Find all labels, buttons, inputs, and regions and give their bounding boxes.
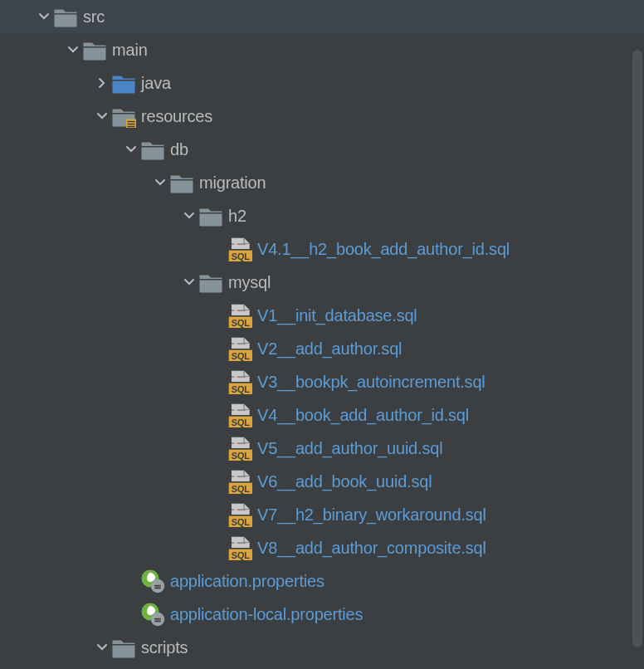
chevron-down-icon[interactable] xyxy=(180,273,198,291)
tree-label: resources xyxy=(141,107,212,126)
tree-node-scripts[interactable]: scripts xyxy=(0,631,644,664)
folder-icon xyxy=(53,6,78,27)
vertical-scrollbar[interactable] xyxy=(632,50,642,647)
tree-label: db xyxy=(170,140,188,159)
tree-file[interactable]: V1__init_database.sql xyxy=(0,299,644,332)
tree-file[interactable]: V4__book_add_author_id.sql xyxy=(0,398,644,432)
tree-node-main[interactable]: main xyxy=(0,33,644,66)
tree-node-migration[interactable]: migration xyxy=(0,166,644,199)
chevron-down-icon[interactable] xyxy=(93,638,111,657)
tree-node-java[interactable]: java xyxy=(0,66,644,100)
tree-label: V4.1__h2_book_add_author_id.sql xyxy=(257,240,510,259)
sql-file-icon xyxy=(227,238,252,260)
chevron-right-icon[interactable] xyxy=(93,74,111,92)
sql-file-icon xyxy=(227,338,252,359)
spacer xyxy=(209,306,227,325)
spacer xyxy=(122,572,140,590)
tree-label: mysql xyxy=(228,273,271,292)
sql-file-icon xyxy=(227,537,252,559)
spacer xyxy=(209,339,227,358)
spacer xyxy=(209,406,227,424)
tree-node-h2[interactable]: h2 xyxy=(0,199,644,232)
folder-icon xyxy=(198,205,223,227)
tree-label: scripts xyxy=(141,638,188,657)
tree-file[interactable]: V8__add_author_composite.sql xyxy=(0,531,644,564)
spacer xyxy=(209,373,227,391)
spacer xyxy=(209,505,227,524)
tree-file[interactable]: V7__h2_binary_workaround.sql xyxy=(0,498,644,531)
spacer xyxy=(209,240,227,258)
tree-label: src xyxy=(83,7,105,27)
spacer xyxy=(209,472,227,491)
sql-file-icon xyxy=(227,305,252,326)
spacer xyxy=(209,539,227,557)
tree-label: h2 xyxy=(228,207,246,226)
tree-file[interactable]: V5__add_author_uuid.sql xyxy=(0,432,644,465)
spacer xyxy=(122,605,140,623)
chevron-down-icon[interactable] xyxy=(93,107,111,125)
folder-icon xyxy=(111,637,136,658)
spring-properties-icon xyxy=(140,570,165,592)
folder-icon xyxy=(140,139,165,160)
tree-label: V2__add_author.sql xyxy=(257,339,402,359)
tree-label: V8__add_author_composite.sql xyxy=(257,539,486,558)
folder-icon xyxy=(198,271,223,293)
chevron-down-icon[interactable] xyxy=(64,41,82,59)
tree-label: application-local.properties xyxy=(170,605,363,624)
tree-file-app-local-props[interactable]: application-local.properties xyxy=(0,598,644,631)
folder-java-icon xyxy=(111,72,136,94)
sql-file-icon xyxy=(227,404,252,426)
tree-node-src[interactable]: src xyxy=(0,0,644,33)
chevron-down-icon[interactable] xyxy=(180,207,198,225)
folder-icon xyxy=(169,172,194,193)
chevron-down-icon[interactable] xyxy=(151,173,169,192)
chevron-down-icon[interactable] xyxy=(122,140,140,159)
tree-file[interactable]: V2__add_author.sql xyxy=(0,332,644,365)
sql-file-icon xyxy=(227,471,252,492)
tree-file[interactable]: V3__bookpk_autoincrement.sql xyxy=(0,365,644,398)
tree-label: main xyxy=(112,41,148,60)
tree-label: migration xyxy=(199,173,266,193)
sql-file-icon xyxy=(227,371,252,393)
spring-properties-icon xyxy=(140,603,165,625)
sql-file-icon xyxy=(227,504,252,525)
folder-icon xyxy=(82,39,107,61)
tree-label: java xyxy=(141,74,171,93)
chevron-down-icon[interactable] xyxy=(35,7,53,26)
tree-label: V3__bookpk_autoincrement.sql xyxy=(257,373,485,392)
tree-label: V4__book_add_author_id.sql xyxy=(257,406,469,425)
tree-label: V6__add_book_uuid.sql xyxy=(257,472,432,491)
tree-file[interactable]: V6__add_book_uuid.sql xyxy=(0,465,644,498)
folder-resources-icon xyxy=(111,105,136,127)
tree-label: V1__init_database.sql xyxy=(257,306,417,325)
tree-label: V5__add_author_uuid.sql xyxy=(257,439,442,458)
tree-node-resources[interactable]: resources xyxy=(0,100,644,133)
tree-file-app-props[interactable]: application.properties xyxy=(0,564,644,598)
tree-node-mysql[interactable]: mysql xyxy=(0,266,644,299)
tree-label: V7__h2_binary_workaround.sql xyxy=(257,505,486,525)
spacer xyxy=(209,439,227,457)
tree-file[interactable]: V4.1__h2_book_add_author_id.sql xyxy=(0,232,644,266)
sql-file-icon xyxy=(227,437,252,459)
tree-node-db[interactable]: db xyxy=(0,133,644,166)
tree-label: application.properties xyxy=(170,572,324,591)
project-tree[interactable]: src main java resources db migration h2 … xyxy=(0,0,644,664)
